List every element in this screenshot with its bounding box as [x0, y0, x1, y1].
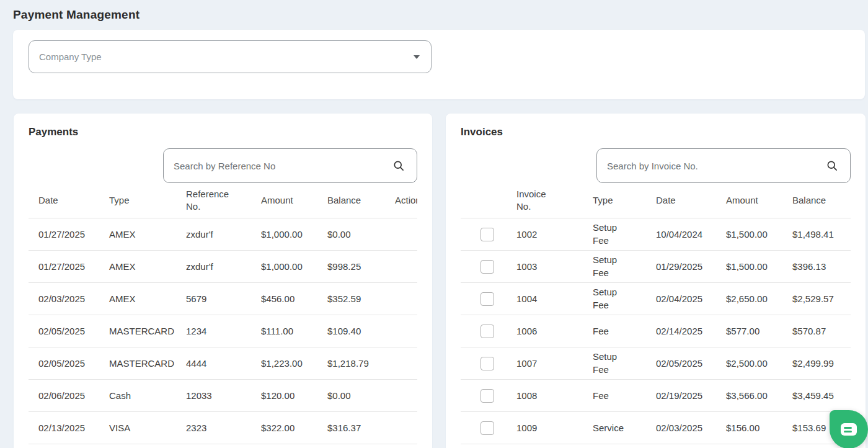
invoice-date-cell: 01/29/2025: [646, 250, 716, 282]
invoice-amount-cell: $3,566.00: [716, 379, 782, 411]
invoice-checkbox-cell: [461, 250, 507, 282]
chat-launcher-button[interactable]: [830, 410, 868, 448]
invoice-date-cell: 02/03/2025: [646, 411, 716, 444]
payment-amount-cell: $322.00: [251, 411, 317, 444]
column-header-balance: Balance: [782, 183, 851, 218]
payment-amount-cell: $1,223.00: [251, 347, 317, 379]
payment-reference-cell: 4444: [176, 347, 251, 379]
table-row[interactable]: 1007 Setup Fee 02/05/2025 $2,500.00 $2,4…: [461, 347, 851, 379]
payment-balance-cell: $352.59: [317, 282, 385, 315]
payment-balance-cell: $998.25: [317, 250, 385, 282]
invoice-type-cell: Fee: [583, 315, 646, 347]
payment-type-cell: AMEX: [99, 282, 176, 315]
invoice-number-cell: 1006: [507, 315, 583, 347]
table-row[interactable]: 1002 Setup Fee 10/04/2024 $1,500.00 $1,4…: [461, 218, 851, 250]
row-checkbox[interactable]: [480, 421, 494, 435]
row-checkbox[interactable]: [480, 325, 494, 338]
payment-reference-cell: 12033: [176, 379, 251, 411]
invoice-type-cell: Service: [583, 411, 646, 444]
table-row[interactable]: 1006 Fee 02/14/2025 $577.00 $570.87: [461, 315, 851, 347]
invoice-amount-cell: $1,500.00: [716, 218, 782, 250]
payment-type-cell: AMEX: [99, 218, 176, 250]
payments-title: Payments: [29, 126, 417, 138]
invoice-balance-cell: $2,529.57: [782, 282, 851, 315]
invoice-number-cell: 1009: [507, 411, 583, 444]
payment-actions-cell: [385, 250, 417, 282]
payments-panel: Payments Date Type Reference No. Amoun: [14, 114, 432, 448]
invoice-checkbox-cell: [461, 315, 507, 347]
payment-type-cell: Cash: [99, 379, 176, 411]
invoice-date-cell: 02/14/2025: [646, 315, 716, 347]
column-header-amount: Amount: [251, 183, 317, 218]
invoice-type-cell: Setup Fee: [583, 282, 646, 315]
payments-table: Date Type Reference No. Amount Balance A…: [29, 183, 417, 444]
table-row[interactable]: 1004 Setup Fee 02/04/2025 $2,650.00 $2,5…: [461, 282, 851, 315]
column-header-date: Date: [646, 183, 716, 218]
invoice-amount-cell: $1,500.00: [716, 250, 782, 282]
invoice-date-cell: 02/05/2025: [646, 347, 716, 379]
invoice-number-cell: 1002: [507, 218, 583, 250]
payment-actions-cell: [385, 315, 417, 347]
row-checkbox[interactable]: [480, 292, 494, 306]
payment-amount-cell: $1,000.00: [251, 250, 317, 282]
payments-header-row: Date Type Reference No. Amount Balance A…: [29, 183, 417, 218]
table-row[interactable]: 1009 Service 02/03/2025 $156.00 $153.69: [461, 411, 851, 444]
table-row[interactable]: 02/05/2025 MASTERCARD 4444 $1,223.00 $1,…: [29, 347, 417, 379]
table-row[interactable]: 1008 Fee 02/19/2025 $3,566.00 $3,459.45: [461, 379, 851, 411]
column-header-balance: Balance: [317, 183, 385, 218]
filter-card: Company Type: [13, 30, 865, 99]
payment-balance-cell: $1,218.79: [317, 347, 385, 379]
chevron-down-icon: [414, 55, 420, 59]
table-row[interactable]: 02/05/2025 MASTERCARD 1234 $111.00 $109.…: [29, 315, 417, 347]
invoice-type-cell: Setup Fee: [583, 218, 646, 250]
payment-amount-cell: $456.00: [251, 282, 317, 315]
payment-balance-cell: $316.37: [317, 411, 385, 444]
payment-amount-cell: $120.00: [251, 379, 317, 411]
row-checkbox[interactable]: [480, 260, 494, 274]
invoice-balance-cell: $570.87: [782, 315, 851, 347]
company-type-select[interactable]: Company Type: [29, 40, 432, 73]
payment-reference-cell: zxdur'f: [176, 218, 251, 250]
invoices-panel: Invoices Invoice No. Type Date: [446, 114, 866, 448]
payment-amount-cell: $111.00: [251, 315, 317, 347]
payment-type-cell: MASTERCARD: [99, 347, 176, 379]
table-row[interactable]: 02/03/2025 AMEX 5679 $456.00 $352.59: [29, 282, 417, 315]
payments-table-container: Date Type Reference No. Amount Balance A…: [29, 183, 417, 444]
column-header-invoice-no: Invoice No.: [507, 183, 583, 218]
payments-search-input[interactable]: [163, 148, 417, 183]
invoice-balance-cell: $2,499.99: [782, 347, 851, 379]
payment-date-cell: 02/03/2025: [29, 282, 99, 315]
column-header-amount: Amount: [716, 183, 782, 218]
invoice-amount-cell: $2,500.00: [716, 347, 782, 379]
invoice-checkbox-cell: [461, 411, 507, 444]
invoice-date-cell: 10/04/2024: [646, 218, 716, 250]
payment-date-cell: 01/27/2025: [29, 250, 99, 282]
payment-reference-cell: 2323: [176, 411, 251, 444]
invoice-date-cell: 02/04/2025: [646, 282, 716, 315]
invoice-amount-cell: $2,650.00: [716, 282, 782, 315]
payment-actions-cell: [385, 411, 417, 444]
table-row[interactable]: 02/06/2025 Cash 12033 $120.00 $0.00: [29, 379, 417, 411]
invoices-table-container: Invoice No. Type Date Amount Balance 100…: [461, 183, 851, 444]
row-checkbox[interactable]: [480, 389, 494, 403]
row-checkbox[interactable]: [480, 357, 494, 370]
payment-date-cell: 02/06/2025: [29, 379, 99, 411]
table-row[interactable]: 01/27/2025 AMEX zxdur'f $1,000.00 $0.00: [29, 218, 417, 250]
table-row[interactable]: 02/13/2025 VISA 2323 $322.00 $316.37: [29, 411, 417, 444]
chat-bubble-icon: [841, 423, 857, 436]
table-row[interactable]: 01/27/2025 AMEX zxdur'f $1,000.00 $998.2…: [29, 250, 417, 282]
invoices-search-input[interactable]: [596, 148, 851, 183]
row-checkbox[interactable]: [480, 228, 494, 241]
payment-actions-cell: [385, 379, 417, 411]
invoice-amount-cell: $156.00: [716, 411, 782, 444]
payment-reference-cell: 1234: [176, 315, 251, 347]
panels-row: Payments Date Type Reference No. Amoun: [0, 99, 868, 448]
payment-type-cell: AMEX: [99, 250, 176, 282]
table-row[interactable]: 1003 Setup Fee 01/29/2025 $1,500.00 $396…: [461, 250, 851, 282]
payment-date-cell: 02/05/2025: [29, 347, 99, 379]
payment-date-cell: 01/27/2025: [29, 218, 99, 250]
invoice-number-cell: 1004: [507, 282, 583, 315]
payment-balance-cell: $0.00: [317, 218, 385, 250]
invoice-number-cell: 1007: [507, 347, 583, 379]
invoice-checkbox-cell: [461, 282, 507, 315]
